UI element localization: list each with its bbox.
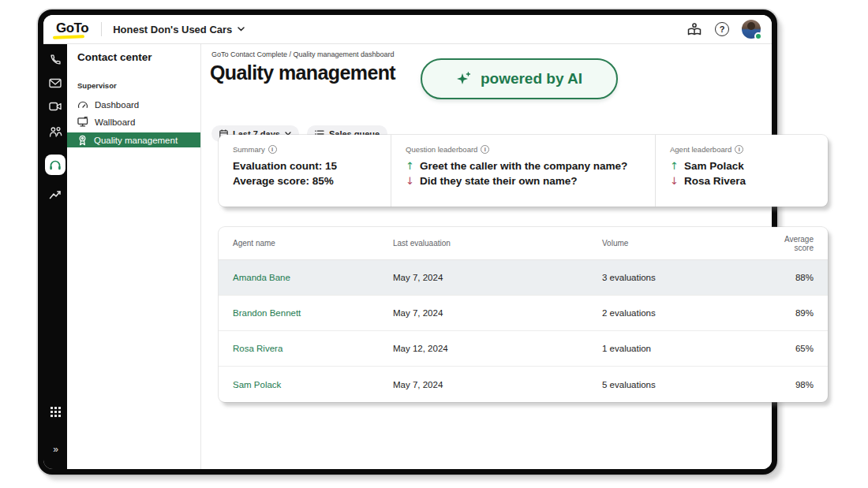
agent-leaderboard-label: Agent leaderboard [670,145,731,154]
question-leaderboard-label: Question leaderboard [406,145,477,154]
table-row[interactable]: Rosa Rivera May 12, 2024 1 evaluation 65… [219,331,828,367]
sidebar-item-label: Wallboard [95,117,135,127]
sidebar-item-label: Quality management [94,136,178,145]
sidebar-item-dashboard[interactable]: Dashboard [67,96,200,113]
sparkle-icon [456,72,471,86]
sidepanel: Contact center Supervisor Dashboard Wall… [67,44,201,469]
agent-name-link[interactable]: Brandon Bennett [219,308,379,318]
dashboard-icon [77,100,88,109]
apps-grid-icon[interactable] [43,401,67,422]
powered-by-ai-badge: powered by AI [421,58,618,99]
question-leaderboard-top: Greet the caller with the company name? [420,158,627,173]
column-header-agent-name: Agent name [219,239,379,248]
topbar-divider [101,22,102,36]
last-evaluation-cell: May 7, 2024 [379,273,588,282]
average-score-cell: 65% [765,344,828,353]
up-arrow-icon: ↑ [406,158,414,173]
info-icon[interactable]: i [481,145,489,154]
down-arrow-icon: ↓ [406,173,414,188]
last-evaluation-cell: May 7, 2024 [379,308,588,318]
table-row[interactable]: Amanda Bane May 7, 2024 3 evaluations 88… [219,260,828,296]
goto-logo: GoTo [54,20,90,39]
chevron-down-icon [238,27,245,32]
page-title: Quality management [210,61,395,84]
summary-card: Summary i Evaluation count: 15 Average s… [219,135,828,207]
column-header-last-evaluation: Last evaluaation [379,239,588,248]
table-row[interactable]: Sam Polack May 7, 2024 5 evaluations 98% [219,367,828,402]
wallboard-icon [77,117,88,127]
sidepanel-title: Contact center [67,51,200,63]
average-score-cell: 88% [765,273,828,282]
evaluation-count: Evaluation count: 15 [233,158,376,173]
avatar-silhouette [747,22,755,30]
volume-cell: 3 evaluations [588,273,765,282]
stage: GoTo Honest Don's Used Cars [0,0,868,488]
account-switcher[interactable]: Honest Don's Used Cars [113,24,245,35]
agent-leaderboard-section: Agent leaderboard i ↑ Sam Polack ↓ Rosa … [655,135,828,207]
average-score-cell: 89% [765,308,828,318]
sidepanel-section-label: Supervisor [67,63,200,96]
topbar: GoTo Honest Don's Used Cars [43,15,772,44]
breadcrumb[interactable]: GoTo Contact Complete / Quality manageme… [211,50,395,58]
agent-name-link[interactable]: Rosa Rivera [219,344,379,353]
account-name: Honest Don's Used Cars [113,24,232,35]
average-score: Average score: 85% [233,173,376,188]
summary-section: Summary i Evaluation count: 15 Average s… [219,135,391,207]
agent-leaderboard-top: Sam Polack [684,158,744,173]
info-icon[interactable]: i [735,145,743,154]
average-score-cell: 98% [765,380,828,389]
nav-rail: » [43,44,67,469]
last-evaluation-cell: May 12, 2024 [379,344,588,353]
meetings-icon[interactable] [43,121,67,142]
phone-icon[interactable] [43,49,67,69]
avatar[interactable] [742,20,761,39]
volume-cell: 2 evaluations [588,308,765,318]
presence-dot [754,32,762,40]
sidebar-item-label: Dashboard [95,100,139,110]
table-header-row: Agent name Last evaluaation Volume Avera… [219,227,828,260]
inbox-icon[interactable] [43,73,67,93]
video-icon[interactable] [43,96,67,117]
last-evaluation-cell: May 7, 2024 [379,380,588,389]
powered-by-ai-label: powered by AI [481,70,582,88]
sidebar-item-wallboard[interactable]: Wallboard [67,114,200,130]
expand-rail-icon[interactable]: » [43,439,67,460]
goto-logo-swoosh [53,35,84,39]
sidebar-item-quality-management[interactable]: Quality management [67,132,200,147]
info-icon[interactable]: i [268,145,277,154]
topbar-actions: ? [687,20,761,39]
help-glyph: ? [715,22,729,36]
contact-center-icon[interactable] [45,155,65,175]
volume-cell: 5 evaluations [588,380,765,389]
agent-name-link[interactable]: Amanda Bane [219,273,379,282]
summary-label: Summary [233,145,265,154]
column-header-volume: Volume [588,239,765,248]
up-arrow-icon: ↑ [670,158,679,173]
column-header-average-score: Average score [765,235,828,252]
table-row[interactable]: Brandon Bennett May 7, 2024 2 evaluation… [219,296,828,331]
goto-logo-text: GoTo [56,20,88,35]
agent-leaderboard-bottom: Rosa Rivera [684,173,746,188]
volume-cell: 1 evaluation [588,344,765,353]
question-leaderboard-bottom: Did they state their own name? [420,173,578,188]
agents-table: Agent name Last evaluaation Volume Avera… [219,227,828,402]
analytics-icon[interactable] [43,184,67,205]
help-icon[interactable]: ? [715,22,729,36]
down-arrow-icon: ↓ [670,173,679,188]
agent-name-link[interactable]: Sam Polack [219,380,379,389]
quality-badge-icon [77,135,88,146]
question-leaderboard-section: Question leaderboard i ↑ Greet the calle… [391,135,655,207]
training-icon[interactable] [687,23,702,36]
